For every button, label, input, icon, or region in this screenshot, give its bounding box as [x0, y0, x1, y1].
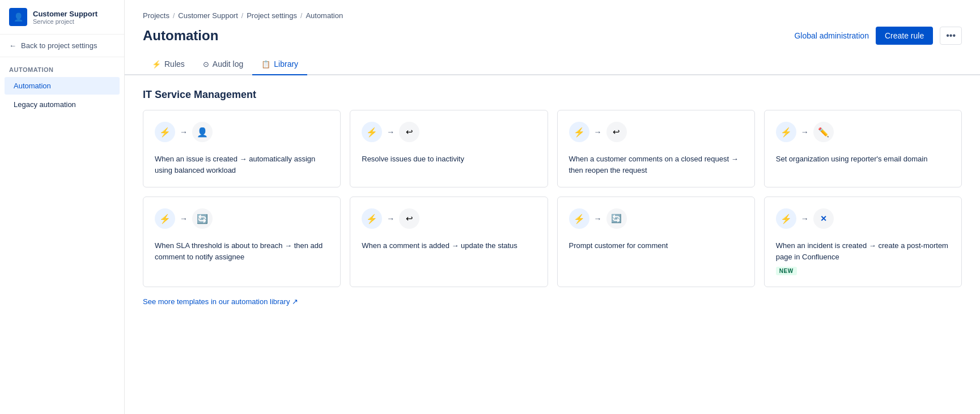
sidebar-section-label: AUTOMATION: [0, 57, 124, 76]
content: IT Service Management ⚡ → 👤 When an issu…: [125, 75, 980, 320]
audit-icon: ⊙: [203, 60, 209, 69]
tab-rules-label: Rules: [164, 59, 185, 69]
more-options-button[interactable]: •••: [940, 27, 962, 45]
card-prompt-action-icon: 🔄: [606, 208, 627, 229]
card-incident-action-icon: ✕: [813, 208, 834, 229]
more-dots-icon: •••: [946, 31, 956, 40]
card-assign-icons: ⚡ → 👤: [155, 122, 329, 142]
header: Projects / Customer Support / Project se…: [125, 0, 980, 54]
back-to-settings[interactable]: ← Back to project settings: [0, 35, 124, 57]
card-inactivity[interactable]: ⚡ → ↩ Resolve issues due to inactivity: [350, 110, 548, 187]
card-assign-text: When an issue is created → automatically…: [155, 153, 329, 176]
card-reopen-trigger-icon: ⚡: [569, 122, 589, 142]
breadcrumb-sep-2: /: [241, 12, 243, 20]
avatar-icon: 👤: [14, 12, 23, 22]
arrow-icon-7: →: [594, 214, 602, 223]
card-comment-status-trigger-icon: ⚡: [362, 208, 382, 229]
tab-library[interactable]: 📋 Library: [252, 54, 307, 75]
sidebar-item-automation-label: Automation: [14, 82, 51, 90]
section-title: IT Service Management: [143, 89, 962, 101]
arrow-icon-6: →: [387, 214, 394, 223]
tab-audit-log[interactable]: ⊙ Audit log: [194, 54, 252, 75]
sidebar-item-legacy[interactable]: Legacy automation: [5, 96, 120, 113]
cycle-icon: 🔄: [611, 214, 622, 224]
x-icon: ✕: [820, 214, 827, 223]
lightning-icon-4: ⚡: [780, 127, 792, 138]
global-admin-button[interactable]: Global administration: [794, 31, 869, 40]
lightning-icon-7: ⚡: [574, 214, 585, 224]
tab-rules[interactable]: ⚡ Rules: [143, 54, 194, 75]
person-icon: 👤: [197, 127, 208, 138]
card-prompt[interactable]: ⚡ → 🔄 Prompt customer for comment: [557, 197, 755, 287]
project-avatar: 👤: [9, 8, 27, 26]
card-sla-action-icon: 🔄: [192, 208, 213, 229]
card-prompt-text: Prompt customer for comment: [569, 240, 743, 251]
card-sla-trigger-icon: ⚡: [155, 208, 175, 229]
arrow-icon-5: →: [180, 214, 188, 223]
card-org-action-icon: ✏️: [813, 122, 834, 142]
project-header: 👤 Customer Support Service project: [0, 0, 124, 35]
card-reopen[interactable]: ⚡ → ↩ When a customer comments on a clos…: [557, 110, 755, 187]
see-more-link[interactable]: See more templates in our automation lib…: [143, 297, 298, 306]
arrow-icon-3: →: [594, 127, 602, 136]
card-assign-trigger-icon: ⚡: [155, 122, 175, 142]
card-sla-text: When SLA threshold is about to breach → …: [155, 240, 329, 262]
lightning-icon-8: ⚡: [780, 214, 792, 224]
reopen-icon: ↩: [613, 127, 620, 137]
sidebar-item-automation[interactable]: Automation: [5, 77, 120, 95]
card-comment-status[interactable]: ⚡ → ↩ When a comment is added → update t…: [350, 197, 548, 287]
card-inactivity-trigger-icon: ⚡: [362, 122, 382, 142]
tab-audit-label: Audit log: [213, 59, 243, 69]
card-inactivity-action-icon: ↩: [399, 122, 419, 142]
breadcrumb-customer-support[interactable]: Customer Support: [178, 11, 238, 20]
back-label: Back to project settings: [21, 41, 97, 50]
card-prompt-icons: ⚡ → 🔄: [569, 208, 743, 229]
lightning-icon: ⚡: [159, 127, 171, 138]
card-inactivity-icons: ⚡ → ↩: [362, 122, 536, 142]
header-row: Automation Global administration Create …: [143, 27, 962, 45]
breadcrumb-projects[interactable]: Projects: [143, 11, 169, 20]
arrow-icon: →: [180, 127, 188, 136]
refresh-icon: 🔄: [197, 214, 208, 224]
new-badge: NEW: [776, 267, 797, 275]
breadcrumb-project-settings[interactable]: Project settings: [247, 11, 297, 20]
breadcrumb-current: Automation: [306, 11, 343, 20]
pencil-icon: ✏️: [818, 127, 829, 138]
card-incident-trigger-icon: ⚡: [776, 208, 796, 229]
arrow-icon-4: →: [801, 127, 809, 136]
lightning-icon-6: ⚡: [366, 214, 377, 224]
lightning-icon-3: ⚡: [574, 127, 585, 138]
card-incident-icons: ⚡ → ✕: [776, 208, 950, 229]
arrow-icon-2: →: [387, 127, 394, 136]
back-icon: ←: [9, 41, 16, 50]
header-actions: Global administration Create rule •••: [794, 27, 962, 45]
breadcrumb-sep-1: /: [173, 12, 175, 20]
lightning-icon-2: ⚡: [366, 127, 377, 138]
comment-curve-icon: ↩: [406, 127, 413, 137]
card-org-trigger-icon: ⚡: [776, 122, 796, 142]
lightning-icon-5: ⚡: [159, 214, 171, 224]
sidebar-item-legacy-label: Legacy automation: [14, 100, 76, 109]
card-comment-status-text: When a comment is added → update the sta…: [362, 240, 536, 251]
curve-icon: ↩: [406, 214, 413, 224]
sidebar: 👤 Customer Support Service project ← Bac…: [0, 0, 125, 414]
arrow-icon-8: →: [801, 214, 809, 223]
tabs: ⚡ Rules ⊙ Audit log 📋 Library: [125, 54, 980, 75]
library-icon: 📋: [261, 60, 270, 69]
tab-library-label: Library: [274, 59, 298, 69]
card-reopen-text: When a customer comments on a closed req…: [569, 153, 743, 176]
page-title: Automation: [143, 28, 218, 44]
card-incident[interactable]: ⚡ → ✕ When an incident is created → crea…: [764, 197, 962, 287]
card-assign[interactable]: ⚡ → 👤 When an issue is created → automat…: [143, 110, 341, 187]
card-org[interactable]: ⚡ → ✏️ Set organization using reporter's…: [764, 110, 962, 187]
breadcrumb: Projects / Customer Support / Project se…: [143, 11, 962, 20]
cards-grid: ⚡ → 👤 When an issue is created → automat…: [143, 110, 962, 287]
card-inactivity-text: Resolve issues due to inactivity: [362, 153, 536, 165]
main-content: Projects / Customer Support / Project se…: [125, 0, 980, 414]
project-info: Customer Support Service project: [33, 10, 97, 25]
card-prompt-trigger-icon: ⚡: [569, 208, 589, 229]
card-reopen-action-icon: ↩: [606, 122, 627, 142]
create-rule-button[interactable]: Create rule: [876, 27, 933, 45]
card-sla[interactable]: ⚡ → 🔄 When SLA threshold is about to bre…: [143, 197, 341, 287]
project-type: Service project: [33, 18, 97, 25]
